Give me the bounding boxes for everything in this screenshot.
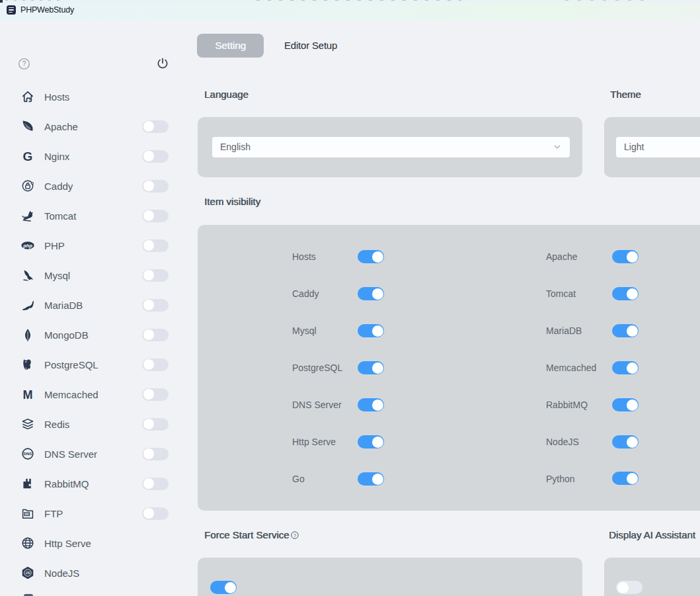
- svg-text:DNS: DNS: [24, 452, 32, 456]
- svg-text:JS: JS: [26, 571, 30, 575]
- svg-text:G: G: [23, 149, 33, 163]
- svg-text:?: ?: [22, 60, 26, 67]
- svg-text:FTP: FTP: [24, 513, 30, 516]
- svg-text:M: M: [23, 388, 33, 402]
- svg-text:php: php: [22, 243, 32, 249]
- svg-text:?: ?: [293, 532, 296, 538]
